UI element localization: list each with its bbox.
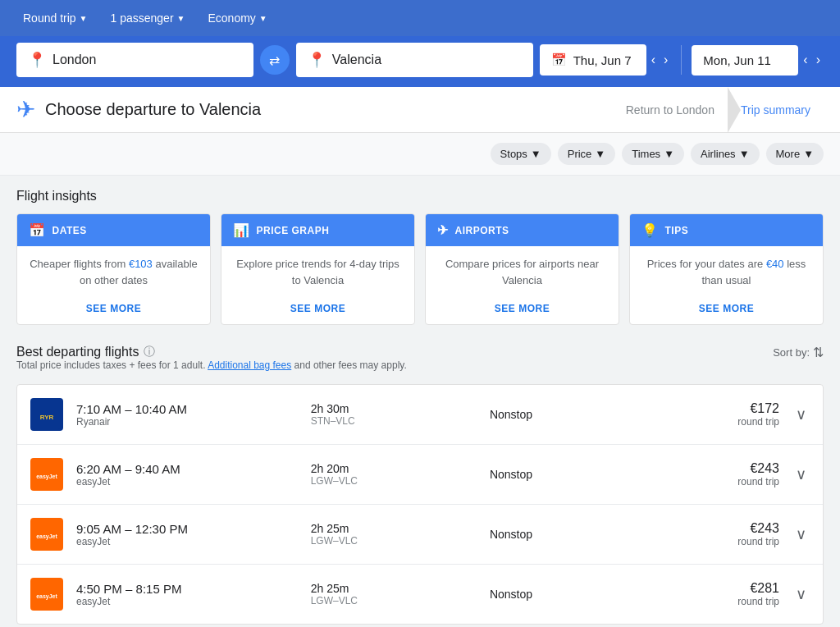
price-sub-3: round trip	[669, 536, 779, 547]
main-content: Flight insights 📅 DATES Cheaper flights …	[0, 176, 840, 627]
flights-list: RYR 7:10 AM – 10:40 AM Ryanair 2h 30m ST…	[16, 384, 824, 625]
insight-dates-icon: 📅	[29, 222, 46, 238]
return-prev-button[interactable]: ‹	[800, 49, 810, 71]
price-sub-2: round trip	[669, 476, 779, 487]
airlines-filter-chevron-icon: ▼	[739, 148, 750, 160]
price-filter-chevron-icon: ▼	[595, 148, 605, 160]
depart-date-value: Thu, Jun 7	[573, 53, 632, 67]
svg-text:easyJet: easyJet	[36, 533, 57, 540]
breadcrumb-step-return[interactable]: Return to London	[613, 103, 728, 117]
flight-times-1: 7:10 AM – 10:40 AM Ryanair	[76, 402, 298, 428]
insight-airports-text: Compare prices for airports near Valenci…	[437, 256, 607, 288]
flight-duration-3: 2h 25m LGW–VLC	[311, 522, 477, 547]
price-main-4: €281	[669, 581, 779, 596]
easyjet-logo-1: easyJet	[30, 458, 63, 491]
easyjet-logo-2: easyJet	[30, 518, 63, 551]
insight-dates-link[interactable]: SEE MORE	[29, 296, 199, 318]
return-next-button[interactable]: ›	[813, 49, 824, 71]
insight-tips-link[interactable]: SEE MORE	[641, 296, 811, 318]
destination-field[interactable]: 📍 Valencia	[296, 43, 533, 77]
price-main-3: €243	[669, 521, 779, 536]
flight-price-4: €281 round trip	[669, 581, 779, 607]
depart-next-button[interactable]: ›	[660, 49, 671, 71]
flight-row[interactable]: easyJet 9:05 AM – 12:30 PM easyJet 2h 25…	[17, 505, 823, 565]
destination-location-icon: 📍	[308, 51, 326, 69]
route-code-4: LGW–VLC	[311, 595, 477, 606]
more-filter-button[interactable]: More ▼	[766, 143, 824, 165]
insight-tips-text: Prices for your dates are €40 less than …	[641, 256, 811, 288]
flight-row[interactable]: easyJet 4:50 PM – 8:15 PM easyJet 2h 25m…	[17, 565, 823, 624]
additional-bag-fees-link[interactable]: Additional bag fees	[208, 359, 291, 371]
breadcrumb-step-summary[interactable]: Trip summary	[728, 103, 824, 117]
sort-button[interactable]: Sort by: ⇅	[773, 345, 824, 360]
flights-subtitle-end: and other fees may apply.	[294, 359, 407, 371]
expand-button-4[interactable]: ∨	[792, 582, 810, 606]
insight-tips-icon: 💡	[641, 222, 659, 238]
insight-price-header: 📊 PRICE GRAPH	[221, 214, 414, 246]
times-filter-button[interactable]: Times ▼	[622, 143, 684, 165]
insight-dates-header: 📅 DATES	[17, 214, 210, 246]
return-date-field[interactable]: Mon, Jun 11	[692, 45, 798, 76]
trip-type-label: Round trip	[23, 11, 76, 25]
swap-button[interactable]: ⇄	[260, 45, 290, 75]
airline-name-3: easyJet	[76, 536, 298, 547]
flight-row[interactable]: RYR 7:10 AM – 10:40 AM Ryanair 2h 30m ST…	[17, 385, 823, 445]
flights-info-icon[interactable]: ⓘ	[144, 345, 155, 359]
svg-text:easyJet: easyJet	[36, 593, 57, 600]
insight-card-tips[interactable]: 💡 TIPS Prices for your dates are €40 les…	[629, 213, 824, 325]
insight-price-icon: 📊	[233, 222, 250, 238]
origin-field[interactable]: 📍 London	[16, 43, 253, 77]
insight-airports-icon: ✈	[437, 222, 449, 238]
breadcrumb-step-return-label: Return to London	[626, 103, 714, 117]
flights-title-text: Best departing flights	[16, 345, 139, 359]
insight-card-price[interactable]: 📊 PRICE GRAPH Explore price trends for 4…	[221, 213, 415, 325]
trip-type-button[interactable]: Round trip ▼	[16, 8, 94, 28]
insights-grid: 📅 DATES Cheaper flights from €103 availa…	[16, 213, 824, 325]
svg-text:RYR: RYR	[40, 414, 54, 421]
flights-header: Best departing flights ⓘ Total price inc…	[16, 345, 824, 381]
depart-date-field[interactable]: 📅 Thu, Jun 7	[540, 44, 646, 76]
flight-stops-1: Nonstop	[490, 408, 655, 421]
insight-dates-title: DATES	[52, 225, 87, 236]
breadcrumb-step-summary-label: Trip summary	[741, 103, 810, 117]
expand-button-3[interactable]: ∨	[792, 522, 810, 547]
svg-text:easyJet: easyJet	[36, 474, 57, 480]
insight-tips-highlight: €40	[766, 258, 784, 270]
price-sub-1: round trip	[669, 416, 779, 428]
flights-title: Best departing flights ⓘ	[16, 345, 407, 359]
flights-title-group: Best departing flights ⓘ Total price inc…	[16, 345, 407, 381]
expand-button-2[interactable]: ∨	[792, 462, 810, 487]
stops-filter-button[interactable]: Stops ▼	[491, 143, 551, 165]
airlines-filter-button[interactable]: Airlines ▼	[691, 143, 760, 165]
sort-icon: ⇅	[813, 345, 824, 360]
expand-button-1[interactable]: ∨	[792, 402, 810, 427]
flights-subtitle-text: Total price includes taxes + fees for 1 …	[16, 359, 205, 371]
duration-main-4: 2h 25m	[311, 582, 477, 595]
sort-label: Sort by:	[773, 346, 810, 359]
insight-card-dates[interactable]: 📅 DATES Cheaper flights from €103 availa…	[16, 213, 211, 325]
times-filter-chevron-icon: ▼	[664, 148, 674, 160]
price-filter-button[interactable]: Price ▼	[558, 143, 616, 165]
flight-row[interactable]: easyJet 6:20 AM – 9:40 AM easyJet 2h 20m…	[17, 445, 823, 505]
insight-airports-link[interactable]: SEE MORE	[437, 296, 607, 318]
depart-prev-button[interactable]: ‹	[648, 49, 659, 71]
insight-tips-header: 💡 TIPS	[630, 214, 823, 246]
stops-filter-chevron-icon: ▼	[531, 148, 541, 160]
depart-date-nav: 📅 Thu, Jun 7 ‹ ›	[540, 44, 672, 76]
airline-name-4: easyJet	[76, 596, 298, 607]
cabin-class-button[interactable]: Economy ▼	[201, 8, 273, 28]
price-main-2: €243	[669, 461, 779, 476]
passenger-chevron-icon: ▼	[177, 14, 185, 23]
origin-location-icon: 📍	[28, 51, 46, 69]
flight-duration-2: 2h 20m LGW–VLC	[311, 462, 477, 487]
flight-time-main-2: 6:20 AM – 9:40 AM	[76, 462, 298, 476]
easyjet-logo-3: easyJet	[30, 578, 63, 611]
insight-price-link[interactable]: SEE MORE	[233, 296, 403, 318]
flight-stops-4: Nonstop	[490, 588, 655, 601]
flight-price-2: €243 round trip	[669, 461, 779, 487]
passenger-button[interactable]: 1 passenger ▼	[104, 8, 192, 28]
flight-time-main-4: 4:50 PM – 8:15 PM	[76, 582, 298, 596]
insight-card-airports[interactable]: ✈ AIRPORTS Compare prices for airports n…	[425, 213, 619, 325]
insight-tips-body: Prices for your dates are €40 less than …	[630, 246, 823, 324]
insight-airports-title: AIRPORTS	[455, 225, 509, 236]
